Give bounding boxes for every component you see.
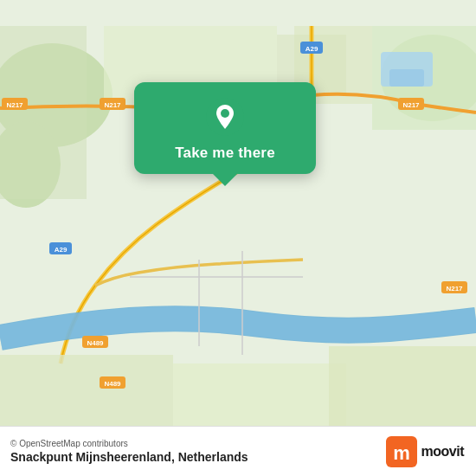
svg-text:A29: A29	[306, 45, 318, 53]
bottom-bar: © OpenStreetMap contributors Snackpunt M…	[0, 426, 476, 476]
place-name: Snackpunt Mijnsheerenland, Netherlands	[10, 450, 248, 464]
svg-text:N489: N489	[87, 339, 104, 347]
svg-text:N489: N489	[104, 380, 121, 388]
svg-text:A29: A29	[55, 246, 68, 254]
map-attribution: © OpenStreetMap contributors	[10, 439, 248, 448]
svg-text:N217: N217	[104, 101, 121, 109]
map-container: A29 N217 N217 N217 N217 A29 N489 N489 Ta…	[0, 0, 476, 476]
svg-text:N217: N217	[446, 285, 463, 293]
svg-point-36	[221, 109, 229, 118]
moovit-logo: m moovit	[386, 436, 464, 467]
svg-rect-3	[0, 26, 87, 199]
svg-text:N217: N217	[6, 101, 23, 109]
bottom-left-info: © OpenStreetMap contributors Snackpunt M…	[10, 439, 248, 464]
take-me-there-button[interactable]: Take me there	[175, 145, 275, 162]
svg-text:N217: N217	[402, 101, 420, 109]
svg-rect-12	[389, 69, 424, 87]
svg-text:m: m	[393, 442, 410, 464]
popup-card[interactable]: Take me there	[134, 82, 316, 174]
moovit-m-icon: m	[386, 436, 417, 467]
location-pin-icon	[206, 98, 244, 136]
map-svg: A29 N217 N217 N217 N217 A29 N489 N489	[0, 0, 476, 476]
moovit-brand-label: moovit	[421, 444, 464, 460]
